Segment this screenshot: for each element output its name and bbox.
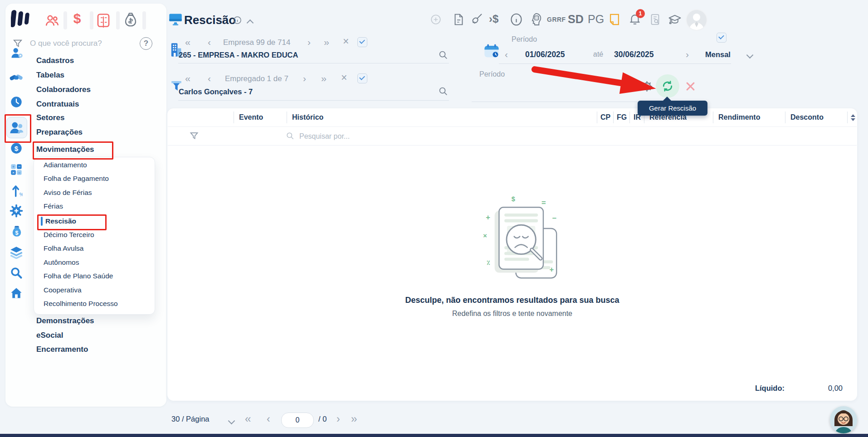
column-header-evento[interactable]: Evento bbox=[239, 113, 263, 121]
employee-clear-button[interactable] bbox=[341, 73, 347, 83]
first-page-button[interactable] bbox=[245, 414, 250, 424]
submenu-item-recolhimento-processo[interactable]: Recolhimento Processo bbox=[44, 300, 118, 308]
period-mode-chevron-icon[interactable] bbox=[747, 51, 752, 59]
training-cap-icon[interactable] bbox=[668, 13, 682, 26]
employee-search-icon[interactable] bbox=[438, 86, 448, 96]
sidebar-item-tabelas[interactable]: Tabelas bbox=[36, 71, 64, 80]
sidebar-item-demonstracoes[interactable]: Demonstrações bbox=[36, 316, 94, 325]
submenu-item-folha-avulsa[interactable]: Folha Avulsa bbox=[44, 244, 83, 252]
rail-layers-icon[interactable] bbox=[10, 246, 23, 259]
company-first-button[interactable] bbox=[185, 37, 190, 47]
sd-button[interactable]: SD bbox=[568, 13, 586, 26]
period-next-button[interactable] bbox=[686, 49, 689, 59]
employee-value[interactable]: Carlos Gonçalves - 7 bbox=[179, 87, 253, 96]
sidebar-item-cadastros[interactable]: Cadastros bbox=[36, 56, 74, 65]
sidebar-item-encerramento[interactable]: Encerramento bbox=[36, 345, 88, 354]
sort-icon[interactable] bbox=[851, 114, 855, 121]
column-header-cp[interactable]: CP bbox=[600, 113, 610, 121]
company-prev-button[interactable] bbox=[208, 37, 211, 47]
finance-module-icon[interactable]: $ bbox=[69, 11, 85, 29]
pay-flow-icon[interactable]: ›$ bbox=[489, 13, 504, 26]
grrf-button[interactable]: GRRF bbox=[547, 16, 566, 24]
rail-search-icon[interactable] bbox=[10, 267, 23, 279]
rail-clock-icon[interactable] bbox=[10, 96, 23, 108]
table-filter-icon[interactable] bbox=[190, 131, 199, 140]
sidebar-item-contratuais[interactable]: Contratuais bbox=[36, 100, 79, 109]
company-clear-button[interactable] bbox=[343, 36, 349, 47]
submenu-item-rescisao[interactable]: Rescisão bbox=[45, 217, 76, 225]
moneybag-module-icon[interactable] bbox=[122, 11, 139, 29]
sidebar-item-movimentacoes[interactable]: Movimentações bbox=[36, 145, 94, 154]
submenu-item-folha-de-pagamento[interactable]: Folha de Pagamento bbox=[44, 175, 109, 183]
period-prev-button[interactable] bbox=[505, 49, 508, 59]
next-page-button[interactable] bbox=[336, 414, 340, 424]
sidebar-search-input[interactable] bbox=[29, 37, 131, 50]
employee-first-button[interactable] bbox=[185, 73, 190, 83]
notes-icon[interactable] bbox=[609, 13, 620, 26]
column-header-historico[interactable]: Histórico bbox=[292, 113, 323, 121]
submenu-item-autonomos[interactable]: Autônomos bbox=[44, 258, 79, 267]
period-mode-select[interactable]: Mensal bbox=[705, 50, 731, 59]
period-checkbox[interactable] bbox=[717, 33, 727, 43]
sidebar-item-colaboradores[interactable]: Colaboradores bbox=[36, 85, 91, 94]
liquido-value: 0,00 bbox=[789, 384, 843, 393]
column-header-desconto[interactable]: Desconto bbox=[790, 113, 824, 121]
current-page-input[interactable] bbox=[281, 413, 314, 428]
rail-raise-icon[interactable]: % bbox=[11, 184, 23, 197]
company-checkbox[interactable] bbox=[357, 37, 367, 47]
rescission-period-chevron-icon[interactable] bbox=[628, 84, 633, 92]
info-icon[interactable] bbox=[510, 13, 522, 26]
submenu-item-aviso-de-ferias[interactable]: Aviso de Férias bbox=[44, 189, 92, 197]
rail-handshake-icon[interactable] bbox=[9, 72, 24, 83]
column-header-rendimento[interactable]: Rendimento bbox=[718, 113, 760, 121]
settings-gear-icon[interactable] bbox=[641, 80, 653, 92]
help-icon[interactable]: ? bbox=[140, 37, 152, 50]
page-info-icon[interactable] bbox=[233, 16, 242, 24]
employee-last-button[interactable] bbox=[321, 73, 326, 83]
submenu-item-cooperativa[interactable]: Cooperativa bbox=[44, 286, 82, 294]
cancel-x-icon[interactable] bbox=[685, 81, 696, 92]
audit-log-icon[interactable] bbox=[649, 13, 661, 26]
company-last-button[interactable] bbox=[324, 37, 328, 47]
sidebar-item-esocial[interactable]: eSocial bbox=[36, 331, 63, 340]
ai-assistant-icon[interactable] bbox=[529, 12, 543, 27]
sidebar-item-preparacoes[interactable]: Preparações bbox=[36, 128, 83, 137]
sidebar-item-setores[interactable]: Setores bbox=[36, 113, 64, 122]
prev-page-button[interactable] bbox=[267, 414, 270, 424]
period-end-date[interactable]: 30/06/2025 bbox=[614, 50, 654, 59]
rail-settings-icon[interactable] bbox=[10, 204, 23, 218]
page-size-chevron-icon[interactable] bbox=[229, 417, 234, 425]
app-logo[interactable] bbox=[11, 9, 34, 28]
user-avatar[interactable] bbox=[687, 10, 707, 30]
rail-collaborators-icon[interactable] bbox=[6, 117, 27, 138]
employee-next-button[interactable] bbox=[303, 73, 306, 83]
submenu-item-decimo-terceiro[interactable]: Décimo Terceiro bbox=[44, 231, 94, 239]
company-next-button[interactable] bbox=[307, 37, 311, 47]
employee-checkbox[interactable] bbox=[357, 73, 367, 83]
rail-home-icon[interactable] bbox=[10, 287, 23, 300]
people-module-icon[interactable] bbox=[44, 12, 60, 29]
rail-calculator-icon[interactable]: +−×= bbox=[10, 163, 23, 176]
broom-icon[interactable] bbox=[470, 13, 483, 25]
page-size-select[interactable]: 30 / Página bbox=[171, 415, 209, 423]
pg-button[interactable]: PG bbox=[588, 13, 606, 26]
submenu-item-folha-de-plano-saude[interactable]: Folha de Plano Saúde bbox=[44, 272, 113, 280]
rail-user-settings-icon[interactable] bbox=[10, 47, 24, 59]
column-header-fg[interactable]: FG bbox=[617, 113, 627, 121]
add-icon[interactable] bbox=[430, 14, 442, 25]
generate-rescission-button[interactable] bbox=[656, 74, 679, 98]
rail-finance-icon[interactable]: $ bbox=[10, 142, 23, 155]
period-start-date[interactable]: 01/06/2025 bbox=[525, 50, 565, 59]
assistant-avatar[interactable] bbox=[830, 406, 857, 433]
rail-moneybag-icon[interactable]: $ bbox=[10, 224, 23, 239]
last-page-button[interactable] bbox=[351, 414, 356, 424]
document-icon[interactable] bbox=[453, 13, 464, 26]
table-search-input[interactable] bbox=[298, 131, 436, 142]
collapse-title-icon[interactable] bbox=[248, 19, 253, 27]
submenu-item-ferias[interactable]: Férias bbox=[44, 202, 63, 210]
company-value[interactable]: 265 - EMPRESA - MAKRO EDUCA bbox=[179, 51, 298, 59]
calculator-module-icon[interactable] bbox=[95, 12, 112, 29]
company-search-icon[interactable] bbox=[438, 50, 448, 60]
submenu-item-adiantamento[interactable]: Adiantamento bbox=[44, 161, 87, 169]
employee-prev-button[interactable] bbox=[208, 73, 211, 83]
